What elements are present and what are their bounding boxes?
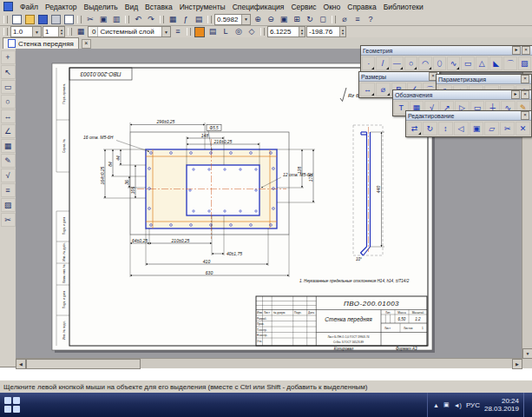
redo-button[interactable]: ↷: [145, 14, 157, 24]
refresh-button[interactable]: ↻: [304, 14, 316, 24]
point-tool[interactable]: ·: [362, 56, 375, 70]
dim-128[interactable]: 128: [297, 167, 302, 175]
holes16-label[interactable]: 16 отв. М5-6Н: [83, 135, 114, 140]
spinner-icon[interactable]: ▲▼: [339, 27, 345, 36]
delete-part-tool[interactable]: ✕: [516, 122, 530, 136]
dim-410[interactable]: 410: [203, 259, 211, 264]
dim-44[interactable]: 44: [115, 156, 121, 161]
measure-button[interactable]: ⌀: [338, 14, 351, 24]
toolbar-grip[interactable]: [187, 28, 191, 36]
panel-parametrization-titlebar[interactable]: Параметризация ×: [437, 75, 531, 84]
panel-close-button[interactable]: ×: [521, 90, 529, 99]
panel-switch-geometry[interactable]: +: [1, 50, 16, 64]
panel-editing-titlebar[interactable]: Редактирование ×: [406, 111, 531, 121]
show-desktop-button[interactable]: [523, 393, 528, 417]
save-document-button[interactable]: [36, 14, 49, 24]
ellipse-tool[interactable]: ⬯: [433, 56, 446, 70]
zoom-combo[interactable]: 0.5982 ▼: [214, 14, 251, 25]
dim-106[interactable]: 106: [130, 187, 135, 195]
start-button[interactable]: [3, 395, 22, 414]
linear-dimension-tool[interactable]: ↔: [360, 83, 375, 96]
panel-close-button[interactable]: ×: [521, 111, 529, 120]
toolbar-grip[interactable]: [77, 16, 82, 23]
drawing-canvas[interactable]: Перв. примен. Справ. № Подп. и дата Инв.…: [16, 49, 532, 368]
ortho-button[interactable]: L: [220, 27, 232, 37]
chamfer-tool[interactable]: ◣: [489, 56, 502, 70]
arc-tool[interactable]: ◠: [418, 56, 431, 70]
menu-editor[interactable]: Редактор: [42, 2, 81, 12]
panel-switch-roughness[interactable]: √: [1, 169, 16, 182]
help-button[interactable]: ?: [365, 14, 377, 24]
tech-requirements-note[interactable]: 1. Неуказанные предельные отклонения Н14…: [299, 279, 410, 283]
toolbar-grip[interactable]: [332, 16, 336, 23]
menu-insert[interactable]: Вставка: [141, 2, 176, 12]
print-preview-button[interactable]: [62, 14, 75, 24]
copy-button[interactable]: ▣: [97, 14, 109, 24]
paste-button[interactable]: ▥: [110, 14, 122, 24]
dim-178[interactable]: 178: [308, 175, 313, 182]
new-document-button[interactable]: [10, 14, 23, 24]
variables-button[interactable]: ƒ: [180, 14, 192, 24]
menu-select[interactable]: Выделить: [81, 2, 122, 12]
menu-window[interactable]: Окно: [320, 2, 345, 12]
spinner-icon[interactable]: ▲▼: [58, 27, 64, 36]
layer-combo[interactable]: 0 Системный слой ▼: [88, 26, 171, 37]
grid-button[interactable]: ▤: [207, 27, 219, 37]
dim-angle-10[interactable]: 10°: [356, 257, 362, 261]
rectangle-tool[interactable]: ▭: [461, 56, 474, 70]
toolbar-grip[interactable]: [68, 28, 72, 36]
panel-geometry-titlebar[interactable]: Геометрия ▸ ×: [361, 46, 532, 56]
cut-button[interactable]: ✂: [84, 14, 96, 24]
dim-40[interactable]: 40±1,75: [227, 251, 242, 256]
phantoms-button[interactable]: ◇: [246, 27, 258, 37]
panel-switch-angle[interactable]: ∠: [1, 124, 16, 138]
properties-button[interactable]: ≡: [351, 14, 364, 24]
toolbar-grip[interactable]: [3, 16, 8, 23]
panel-collapse-button[interactable]: ▸: [512, 46, 521, 55]
segment-tool[interactable]: —: [391, 56, 404, 70]
toolbar-grip[interactable]: [207, 16, 212, 23]
horizontal-scroll-thumb[interactable]: [26, 359, 141, 369]
copy-tool[interactable]: ▣: [470, 122, 484, 136]
tab-stenka-perednyaya[interactable]: Стенка передняя: [3, 37, 79, 49]
snap-button[interactable]: ◎: [233, 27, 245, 37]
toolbar-grip[interactable]: [3, 28, 8, 36]
language-indicator[interactable]: РУС: [466, 401, 480, 409]
mirror-tool[interactable]: ◁: [454, 122, 469, 136]
move-tool[interactable]: ⇄: [407, 122, 422, 136]
menu-file[interactable]: Файл: [16, 2, 42, 12]
dim-630[interactable]: 630: [206, 270, 213, 275]
deform-tool[interactable]: ▱: [484, 122, 499, 136]
panel-switch-select[interactable]: ↖: [1, 65, 16, 79]
panel-notations-titlebar[interactable]: Обозначения ▸ ×: [393, 90, 531, 100]
speaker-icon[interactable]: ◄): [454, 402, 462, 408]
zoom-in-button[interactable]: ⊕: [252, 14, 264, 24]
scroll-right-arrow[interactable]: ▶: [512, 359, 522, 369]
zoom-area-button[interactable]: ▣: [278, 14, 290, 24]
dim-36[interactable]: 36: [124, 180, 129, 185]
panel-close-button[interactable]: ×: [521, 75, 529, 83]
print-button[interactable]: [49, 14, 62, 24]
cursor-x-field[interactable]: 6.1225 ▲▼: [267, 26, 305, 37]
tray-expand-icon[interactable]: ▲: [433, 402, 439, 408]
panel-collapse-button[interactable]: ▸: [511, 90, 520, 99]
auxiliary-line-tool[interactable]: /: [376, 56, 389, 70]
scale-tool[interactable]: ↕: [438, 122, 453, 136]
pan-button[interactable]: ⊞: [291, 14, 303, 24]
dim-64[interactable]: 64±0,25: [132, 238, 148, 243]
dim-148[interactable]: 148: [201, 133, 209, 138]
spline-tool[interactable]: ∿: [447, 56, 460, 70]
circle-tool[interactable]: ○: [404, 56, 417, 70]
undo-button[interactable]: ↶: [132, 14, 144, 24]
scroll-left-arrow[interactable]: ◀: [16, 359, 26, 369]
panel-switch-editing[interactable]: ✂: [1, 213, 16, 227]
zoom-out-button[interactable]: ⊖: [265, 14, 277, 24]
open-document-button[interactable]: [23, 14, 36, 24]
scroll-down-arrow[interactable]: ▼: [522, 348, 532, 359]
dim-296[interactable]: 296±0,25: [156, 119, 175, 124]
hole-diameter-label[interactable]: Ф5,5: [210, 126, 219, 130]
panel-dimensions-titlebar[interactable]: Размеры ×: [359, 72, 439, 82]
panel-close-button[interactable]: ×: [522, 46, 530, 55]
dim-440[interactable]: 440: [376, 186, 381, 194]
dim-164[interactable]: 164±0,25: [100, 166, 105, 184]
